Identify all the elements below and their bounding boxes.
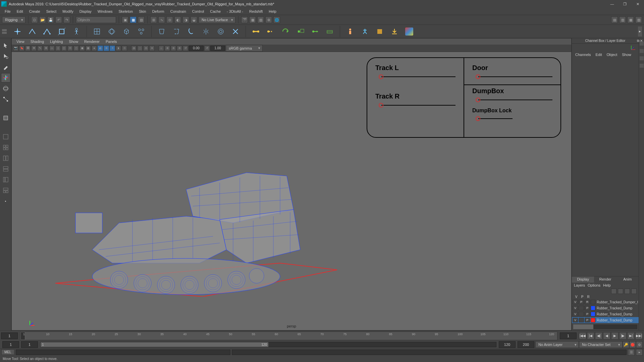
shelf-hik-export[interactable]	[388, 25, 400, 38]
lasso-tool[interactable]	[1, 52, 10, 61]
menu-create[interactable]: Create	[26, 9, 43, 14]
two-view-h-button[interactable]	[1, 164, 10, 174]
live-surface-dropdown[interactable]: No Live Surface	[199, 16, 235, 23]
cb-tab-show[interactable]: Show	[620, 52, 633, 57]
layer-scrollbar[interactable]	[573, 324, 637, 329]
vp-image-plane[interactable]: 🖼	[25, 46, 31, 51]
channel-box-toggle[interactable]	[640, 56, 644, 60]
anim-layer-dropdown[interactable]: No Anim Layer	[535, 341, 579, 348]
vp-2d-pan[interactable]: ✥	[31, 46, 37, 51]
shelf-hik-custom[interactable]	[403, 25, 415, 38]
layer-menu-help[interactable]: Help	[603, 283, 611, 287]
vp-gamma-field[interactable]: 1.00	[210, 46, 225, 51]
custom-layout-button[interactable]: •	[1, 196, 10, 206]
vp-motion-blur[interactable]: ≋	[149, 46, 155, 51]
shelf-wrap[interactable]	[106, 25, 118, 38]
track-r-slider[interactable]	[375, 103, 455, 108]
dumpbox-lock-slider[interactable]	[472, 116, 513, 121]
layer-row[interactable]: VPRRubber_Tracked_Dumper_Ol...	[572, 299, 639, 305]
render-settings-button[interactable]: ⚙	[265, 16, 272, 23]
go-start-button[interactable]: |◀◀	[579, 332, 586, 340]
vp-xray[interactable]: ◍	[131, 46, 137, 51]
vp-shadows[interactable]: ◗	[116, 46, 121, 51]
vp-exposure-field[interactable]: 0.00	[189, 46, 204, 51]
workspace-mode-dropdown[interactable]: Rigging	[2, 16, 25, 23]
shelf-parent-constraint[interactable]	[250, 25, 262, 38]
menu-control[interactable]: Control	[190, 9, 207, 14]
vp-exposure-icon[interactable]: ☼	[159, 46, 164, 51]
vp-ao[interactable]: ◎	[143, 46, 149, 51]
layer-new-selected-button[interactable]	[631, 289, 637, 294]
range-playback-end[interactable]: 120	[499, 341, 516, 348]
shelf-cube-deform[interactable]	[120, 25, 132, 38]
paint-select-tool[interactable]	[1, 62, 10, 72]
shelf-cluster[interactable]	[135, 25, 147, 38]
vp-isolate[interactable]: ⊙	[122, 46, 127, 51]
selection-mode-search[interactable]: Objects	[76, 16, 116, 23]
vp-gate-mask[interactable]: ◫	[61, 46, 67, 51]
vp-resolution-gate[interactable]: ▯	[55, 46, 61, 51]
vp-grid-toggle[interactable]: ⊞	[43, 46, 49, 51]
snap-live-button[interactable]: ◒	[191, 16, 197, 23]
rotate-tool[interactable]	[1, 84, 10, 93]
menu-cache[interactable]: Cache	[207, 9, 223, 14]
shelf-mirror-weights[interactable]	[200, 25, 212, 38]
range-playback-start[interactable]: 1	[21, 341, 38, 348]
two-view-v-button[interactable]	[1, 154, 10, 163]
step-forward-button[interactable]: |▶	[619, 332, 627, 340]
cb-popout-icon[interactable]: ⧉	[637, 39, 639, 43]
scale-tool[interactable]	[1, 95, 10, 104]
step-back-key-button[interactable]: |◀	[587, 332, 594, 340]
go-end-button[interactable]: ▶▶|	[635, 332, 643, 340]
shelf-face-select[interactable]	[56, 25, 68, 38]
anim-prefs-button[interactable]: ⚙	[636, 341, 643, 348]
snap-plane-button[interactable]: ◐	[174, 16, 181, 23]
shelf-tab-down[interactable]	[2, 32, 7, 34]
single-view-button[interactable]	[1, 132, 10, 141]
menu-dtoall[interactable]: - 3DtoAll -	[224, 9, 246, 14]
panel-layout2-button[interactable]: ▥	[619, 16, 626, 23]
vp-smooth-shade[interactable]: ●	[92, 46, 97, 51]
vp-bookmark[interactable]: 🔖	[19, 46, 24, 51]
shelf-orient-constraint[interactable]	[279, 25, 291, 38]
snap-grid-button[interactable]: ⊞	[150, 16, 157, 23]
vp-menu-renderer[interactable]: Renderer	[82, 39, 102, 44]
range-end-field[interactable]: 200	[518, 341, 534, 348]
select-object-button[interactable]: ▦	[130, 16, 137, 23]
vp-safe-action[interactable]: ◻	[73, 46, 79, 51]
render-view-button[interactable]: 🎬	[241, 16, 248, 23]
snap-surface-button[interactable]: ◑	[182, 16, 189, 23]
layer-tab-anim[interactable]: Anim	[616, 277, 639, 283]
layer-row[interactable]: VPRubber_Tracked_Dump	[572, 317, 639, 323]
menu-select[interactable]: Select	[44, 9, 59, 14]
vp-expand2[interactable]: ⊕	[171, 46, 176, 51]
layer-tab-display[interactable]: Display	[572, 277, 594, 283]
ipr-render-button[interactable]: ▧	[257, 16, 264, 23]
menu-skin[interactable]: Skin	[136, 9, 149, 14]
undo-button[interactable]: ↶	[55, 16, 62, 23]
panel-layout1-button[interactable]: ▤	[611, 16, 618, 23]
select-component-button[interactable]: ▨	[138, 16, 145, 23]
snap-point-button[interactable]: ⊙	[166, 16, 173, 23]
script-lang-toggle[interactable]: MEL	[1, 349, 14, 355]
vp-lights[interactable]: ☀	[110, 46, 115, 51]
auto-key-button[interactable]: 🔑	[623, 341, 629, 348]
layer-row[interactable]: VPRubber_Tracked_Dump	[572, 305, 639, 311]
shelf-scroll-right[interactable]: ▸	[638, 26, 642, 37]
cb-close-icon[interactable]: ✕	[640, 39, 643, 43]
step-back-button[interactable]: ◀|	[595, 332, 602, 340]
modeling-toolkit-toggle[interactable]	[640, 64, 644, 68]
menu-modify[interactable]: Modify	[60, 9, 76, 14]
cb-tab-edit[interactable]: Edit	[593, 52, 604, 57]
vp-gamma-reset[interactable]: ↺	[204, 46, 210, 51]
play-forward-button[interactable]: ▶	[611, 332, 619, 340]
close-button[interactable]: ✕	[635, 2, 640, 6]
persp-graph-button[interactable]	[1, 186, 10, 195]
time-ruler[interactable]: 1101520253035404550556065707580859095100…	[20, 331, 557, 340]
select-tool[interactable]	[1, 41, 10, 50]
menu-edit[interactable]: Edit	[14, 9, 26, 14]
layer-menu-options[interactable]: Options	[588, 283, 600, 287]
layer-new-empty-button[interactable]	[625, 289, 630, 294]
vp-menu-shading[interactable]: Shading	[28, 39, 47, 44]
shelf-point-constraint[interactable]	[265, 25, 277, 38]
